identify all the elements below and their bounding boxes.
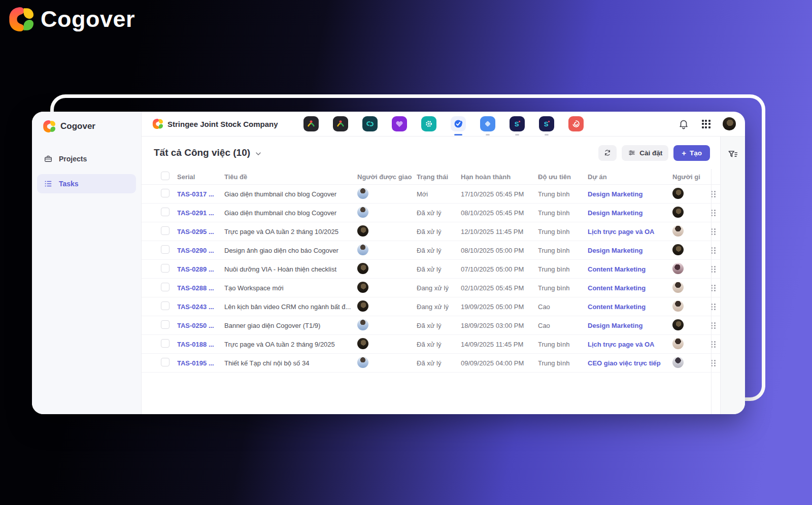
row-menu-icon[interactable] xyxy=(711,285,716,291)
supervisor-avatar[interactable] xyxy=(672,300,684,312)
assignee-avatar[interactable] xyxy=(357,263,368,274)
row-menu-icon[interactable] xyxy=(711,304,716,310)
row-checkbox[interactable] xyxy=(161,320,170,329)
task-serial-link[interactable]: TAS-0288 ... xyxy=(177,284,224,292)
column-header-supervisor[interactable]: Người gi xyxy=(672,173,711,181)
supervisor-avatar[interactable] xyxy=(672,282,684,293)
row-menu-icon[interactable] xyxy=(711,210,716,216)
task-serial-link[interactable]: TAS-0188 ... xyxy=(177,341,224,348)
task-serial-link[interactable]: TAS-0289 ... xyxy=(177,265,224,273)
notifications-button[interactable] xyxy=(678,118,689,129)
task-project-link[interactable]: Design Marketing xyxy=(588,209,672,217)
create-button[interactable]: + Tạo xyxy=(673,145,710,161)
row-checkbox[interactable] xyxy=(161,301,170,310)
apps-menu-button[interactable] xyxy=(700,118,712,129)
task-project-link[interactable]: Design Marketing xyxy=(588,190,672,198)
table-row[interactable]: TAS-0195 ... Thiết kế Tạp chí nội bộ số … xyxy=(142,354,720,373)
refresh-button[interactable] xyxy=(598,145,617,161)
row-checkbox[interactable] xyxy=(161,339,170,348)
column-header-title[interactable]: Tiêu đề xyxy=(224,173,357,181)
stringee-app-icon[interactable]: S xyxy=(510,116,525,131)
assignee-avatar[interactable] xyxy=(357,338,368,349)
table-row[interactable]: TAS-0295 ... Trực page và OA tuần 2 thán… xyxy=(142,222,720,241)
sidebar-item-tasks[interactable]: Tasks xyxy=(37,174,136,193)
column-header-priority[interactable]: Độ ưu tiên xyxy=(538,173,588,181)
task-project-link[interactable]: CEO giao việc trực tiếp xyxy=(588,359,672,367)
supervisor-avatar[interactable] xyxy=(672,244,684,255)
link-app-icon[interactable] xyxy=(362,116,378,131)
table-row[interactable]: TAS-0188 ... Trực page và OA tuần 2 thán… xyxy=(142,335,720,354)
workspace-switcher[interactable]: Stringee Joint Stock Company xyxy=(152,118,278,129)
assignee-avatar[interactable] xyxy=(357,207,368,218)
assignee-avatar[interactable] xyxy=(357,244,368,255)
column-header-status[interactable]: Trạng thái xyxy=(417,173,461,181)
assignee-avatar[interactable] xyxy=(357,282,368,293)
supervisor-avatar[interactable] xyxy=(672,188,684,199)
task-serial-link[interactable]: TAS-0291 ... xyxy=(177,209,224,217)
column-header-assignee[interactable]: Người được giao xyxy=(357,173,417,181)
row-menu-icon[interactable] xyxy=(711,360,716,366)
hrm-app-icon[interactable] xyxy=(303,116,319,131)
assignee-avatar[interactable] xyxy=(357,300,368,312)
row-checkbox[interactable] xyxy=(161,358,170,366)
row-checkbox[interactable] xyxy=(161,245,170,254)
column-header-serial[interactable]: Serial xyxy=(177,173,224,181)
view-selector[interactable]: Tất cả Công việc (10) xyxy=(154,147,262,158)
table-row[interactable]: TAS-0290 ... Design ảnh giao diện cho bá… xyxy=(142,241,720,260)
select-all-checkbox[interactable] xyxy=(161,172,170,180)
table-row[interactable]: TAS-0289 ... Nuôi dưỡng VIA - Hoàn thiện… xyxy=(142,260,720,279)
assignee-avatar[interactable] xyxy=(357,225,368,237)
table-row[interactable]: TAS-0288 ... Tạo Workspace mới Đang xử l… xyxy=(142,279,720,297)
task-serial-link[interactable]: TAS-0243 ... xyxy=(177,303,224,311)
task-project-link[interactable]: Content Marketing xyxy=(588,265,672,273)
task-serial-link[interactable]: TAS-0250 ... xyxy=(177,322,224,329)
diamond-app-icon[interactable] xyxy=(480,116,495,131)
tasks-check-app-icon[interactable] xyxy=(451,116,466,131)
sidebar-item-projects[interactable]: Projects xyxy=(37,149,136,169)
supervisor-avatar[interactable] xyxy=(672,207,684,218)
row-checkbox[interactable] xyxy=(161,189,170,197)
row-menu-icon[interactable] xyxy=(711,228,716,235)
row-checkbox[interactable] xyxy=(161,208,170,216)
task-serial-link[interactable]: TAS-0317 ... xyxy=(177,190,224,198)
user-avatar[interactable] xyxy=(723,117,736,130)
supervisor-avatar[interactable] xyxy=(672,319,684,330)
assignee-avatar[interactable] xyxy=(357,188,368,199)
assignee-avatar[interactable] xyxy=(357,319,368,330)
row-checkbox[interactable] xyxy=(161,283,170,291)
assignee-avatar[interactable] xyxy=(357,357,368,368)
supervisor-avatar[interactable] xyxy=(672,357,684,368)
task-serial-link[interactable]: TAS-0295 ... xyxy=(177,228,224,235)
row-menu-icon[interactable] xyxy=(711,266,716,273)
task-project-link[interactable]: Content Marketing xyxy=(588,303,672,311)
table-row[interactable]: TAS-0291 ... Giao diện thumbnail cho blo… xyxy=(142,204,720,222)
task-project-link[interactable]: Content Marketing xyxy=(588,284,672,292)
task-project-link[interactable]: Lịch trực page và OA xyxy=(588,228,672,235)
hrm-app-icon-2[interactable] xyxy=(333,116,348,131)
task-project-link[interactable]: Design Marketing xyxy=(588,322,672,329)
table-row[interactable]: TAS-0250 ... Banner giao diện Cogover (T… xyxy=(142,316,720,335)
row-menu-icon[interactable] xyxy=(711,247,716,254)
heart-app-icon[interactable] xyxy=(392,116,407,131)
settings-button[interactable]: Cài đặt xyxy=(622,145,668,161)
row-menu-icon[interactable] xyxy=(711,322,716,329)
row-menu-icon[interactable] xyxy=(711,191,716,197)
supervisor-avatar[interactable] xyxy=(672,225,684,237)
gear-app-icon[interactable] xyxy=(421,116,436,131)
filter-icon[interactable] xyxy=(727,149,738,160)
task-project-link[interactable]: Lịch trực page và OA xyxy=(588,341,672,348)
row-checkbox[interactable] xyxy=(161,226,170,235)
row-menu-icon[interactable] xyxy=(711,341,716,348)
supervisor-avatar[interactable] xyxy=(672,263,684,274)
task-serial-link[interactable]: TAS-0290 ... xyxy=(177,247,224,254)
task-serial-link[interactable]: TAS-0195 ... xyxy=(177,359,224,367)
task-project-link[interactable]: Design Marketing xyxy=(588,247,672,254)
table-row[interactable]: TAS-0243 ... Lên kịch bản video CRM cho … xyxy=(142,297,720,316)
stringee-app-icon-2[interactable]: S xyxy=(539,116,554,131)
supervisor-avatar[interactable] xyxy=(672,338,684,349)
row-checkbox[interactable] xyxy=(161,264,170,273)
column-header-due-date[interactable]: Hạn hoàn thành xyxy=(461,173,538,181)
table-row[interactable]: TAS-0317 ... Giao diện thumbnail cho blo… xyxy=(142,185,720,204)
swirl-app-icon[interactable] xyxy=(568,116,584,131)
column-header-project[interactable]: Dự án xyxy=(588,173,672,181)
